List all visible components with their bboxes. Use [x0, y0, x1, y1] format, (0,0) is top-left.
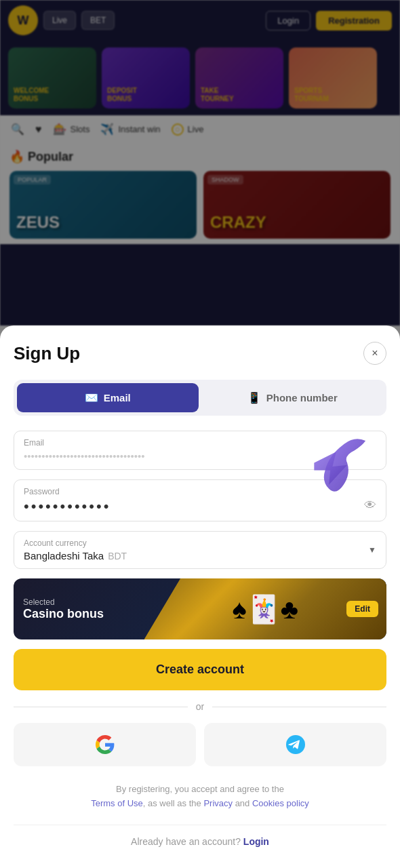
login-link[interactable]: Login — [243, 836, 269, 847]
currency-field-group: Account currency Bangladeshi Taka BDT ▼ — [14, 531, 386, 569]
cookies-link[interactable]: Cookies policy — [252, 798, 309, 808]
already-have-account-row: Already have an account? Login — [14, 825, 386, 847]
telegram-login-button[interactable] — [204, 723, 386, 766]
or-label: or — [196, 701, 204, 712]
password-field-wrapper: Password •••••••••••• 👁 — [14, 479, 386, 521]
google-icon — [96, 735, 115, 754]
privacy-link[interactable]: Privacy — [203, 798, 233, 808]
google-login-button[interactable] — [14, 723, 196, 766]
terms-text: By registering, you accept and agree to … — [14, 783, 386, 811]
or-line-right — [212, 707, 386, 707]
password-toggle-icon[interactable]: 👁 — [364, 498, 376, 513]
create-account-button[interactable]: Create account — [14, 649, 386, 690]
telegram-icon — [286, 735, 305, 754]
or-divider: or — [14, 701, 386, 712]
phone-tab-icon: 📱 — [247, 391, 261, 404]
password-dots: •••••••••••• — [24, 499, 376, 514]
password-field-group: Password •••••••••••• 👁 — [14, 479, 386, 521]
currency-name: Bangladeshi Taka — [24, 550, 104, 561]
currency-chevron-icon: ▼ — [368, 545, 376, 555]
terms-link[interactable]: Terms of Use — [91, 798, 143, 808]
close-button[interactable]: × — [363, 342, 386, 365]
bonus-text: Selected Casino bonus — [23, 597, 104, 621]
password-label: Password — [24, 487, 376, 496]
currency-left: Account currency Bangladeshi Taka BDT — [24, 538, 127, 561]
currency-label: Account currency — [24, 538, 127, 548]
email-input[interactable] — [24, 450, 376, 462]
bonus-title: Casino bonus — [23, 607, 104, 621]
modal-header: Sign Up × — [14, 342, 386, 365]
tab-email[interactable]: ✉️ Email — [17, 383, 199, 412]
bonus-edit-button[interactable]: Edit — [346, 601, 378, 617]
social-login-row — [14, 723, 386, 766]
auth-tab-row: ✉️ Email 📱 Phone number — [14, 380, 386, 416]
casino-bonus-banner: ♠️🃏♣️ Selected Casino bonus Edit — [14, 578, 386, 639]
email-field-wrapper: Email — [14, 431, 386, 470]
currency-selector[interactable]: Account currency Bangladeshi Taka BDT ▼ — [14, 531, 386, 569]
or-line-left — [14, 707, 188, 707]
currency-value: Bangladeshi Taka BDT — [24, 550, 127, 561]
bonus-selected-label: Selected — [23, 597, 104, 607]
modal-title: Sign Up — [14, 343, 80, 364]
email-label: Email — [24, 438, 376, 448]
email-tab-icon: ✉️ — [85, 391, 98, 404]
currency-code: BDT — [108, 551, 127, 561]
email-field-group: Email — [14, 431, 386, 470]
signup-modal: Sign Up × ✉️ Email 📱 Phone number Email … — [0, 326, 400, 868]
tab-phone[interactable]: 📱 Phone number — [202, 383, 384, 412]
